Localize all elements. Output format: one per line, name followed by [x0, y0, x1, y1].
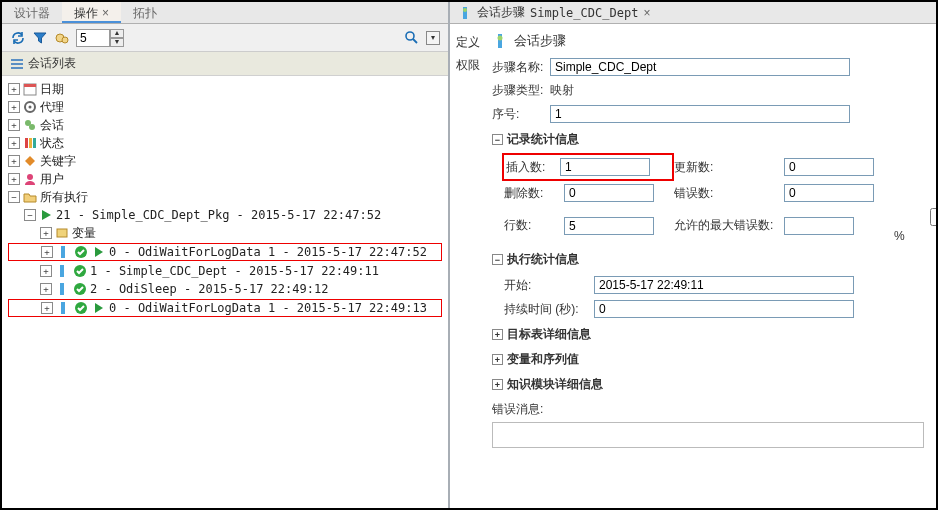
svg-rect-22: [60, 283, 64, 295]
maxerr-label: 允许的最大错误数:: [674, 217, 784, 234]
play-icon: [38, 207, 54, 223]
tree-row-highlighted[interactable]: +0 - OdiWaitForLogData 1 - 2015-5-17 22:…: [8, 243, 442, 261]
svg-point-16: [27, 174, 33, 180]
group-collapse[interactable]: −: [492, 134, 503, 145]
close-icon[interactable]: ×: [102, 6, 109, 20]
tab-designer[interactable]: 设计器: [2, 2, 62, 23]
delete-input[interactable]: [564, 184, 654, 202]
svg-rect-5: [11, 63, 23, 65]
group-record-stats: 记录统计信息: [507, 131, 579, 148]
left-toolbar: ▲▼ ▾: [2, 24, 448, 52]
svg-rect-13: [25, 138, 28, 148]
expander[interactable]: +: [41, 302, 53, 314]
bar-icon: [54, 263, 70, 279]
close-icon[interactable]: ×: [643, 6, 650, 20]
search-icon[interactable]: [404, 30, 420, 46]
spinner-down[interactable]: ▼: [110, 38, 124, 47]
seq-input[interactable]: [550, 105, 850, 123]
expander[interactable]: −: [8, 191, 20, 203]
spinner-up[interactable]: ▲: [110, 29, 124, 38]
error-input[interactable]: [784, 184, 874, 202]
group-collapse[interactable]: −: [492, 254, 503, 265]
rows-input[interactable]: [564, 217, 654, 235]
session-tree[interactable]: +日期 +代理 +会话 +状态 +关键字 +用户 −所有执行 −21 - Sim…: [2, 76, 448, 508]
search-dropdown[interactable]: ▾: [426, 31, 440, 45]
group-var-seq: 变量和序列值: [507, 351, 579, 368]
svg-rect-14: [29, 138, 32, 148]
update-input[interactable]: [784, 158, 874, 176]
nav-definition[interactable]: 定义: [456, 34, 482, 51]
maxerr-input[interactable]: [784, 217, 854, 235]
refresh-interval-spinner[interactable]: ▲▼: [76, 29, 126, 47]
play-icon: [91, 300, 107, 316]
svg-rect-4: [11, 59, 23, 61]
svg-point-29: [498, 36, 503, 41]
check-icon: [73, 300, 89, 316]
tab-topology[interactable]: 拓扑: [121, 2, 169, 23]
session-step-icon: [492, 33, 508, 49]
page-title: 会话步骤: [492, 32, 924, 50]
expander[interactable]: +: [8, 137, 20, 149]
group-exec-stats: 执行统计信息: [507, 251, 579, 268]
svg-point-2: [406, 32, 414, 40]
svg-rect-20: [60, 265, 64, 277]
expander[interactable]: +: [8, 101, 20, 113]
expander[interactable]: +: [40, 227, 52, 239]
group-expand[interactable]: +: [492, 379, 503, 390]
spinner-input[interactable]: [76, 29, 110, 47]
svg-point-10: [29, 106, 32, 109]
error-msg-label: 错误消息:: [492, 401, 924, 418]
check-icon: [72, 281, 88, 297]
expander[interactable]: +: [41, 246, 53, 258]
bar-icon: [55, 244, 71, 260]
expander[interactable]: +: [8, 83, 20, 95]
filter-icon[interactable]: [32, 30, 48, 46]
error-label: 错误数:: [674, 185, 784, 202]
dur-input[interactable]: [594, 300, 854, 318]
error-msg-box[interactable]: [492, 422, 924, 448]
insert-input[interactable]: [560, 158, 650, 176]
side-nav: 定义 权限: [450, 24, 488, 508]
group-expand[interactable]: +: [492, 354, 503, 365]
svg-rect-24: [61, 302, 65, 314]
check-icon: [72, 263, 88, 279]
svg-rect-15: [33, 138, 36, 148]
agent-icon[interactable]: [54, 30, 70, 46]
rows-label: 行数:: [504, 217, 564, 234]
bar-icon: [54, 281, 70, 297]
expander[interactable]: +: [40, 265, 52, 277]
tree-row-highlighted[interactable]: +0 - OdiWaitForLogData 1 - 2015-5-17 22:…: [8, 299, 442, 317]
tab-operator[interactable]: 操作×: [62, 2, 121, 23]
nav-permission[interactable]: 权限: [456, 57, 482, 74]
expander[interactable]: +: [8, 173, 20, 185]
svg-point-27: [463, 8, 467, 12]
right-tab[interactable]: 会话步骤 Simple_CDC_Dept ×: [450, 2, 936, 24]
session-icon: [22, 117, 38, 133]
session-step-icon: [458, 6, 472, 20]
folder-icon: [22, 189, 38, 205]
step-name-input[interactable]: [550, 58, 850, 76]
delete-label: 删除数:: [504, 185, 564, 202]
group-expand[interactable]: +: [492, 329, 503, 340]
list-icon: [10, 57, 24, 71]
gear-icon: [22, 99, 38, 115]
refresh-icon[interactable]: [10, 30, 26, 46]
svg-line-3: [413, 39, 417, 43]
expander[interactable]: +: [8, 119, 20, 131]
group-target-detail: 目标表详细信息: [507, 326, 591, 343]
start-input[interactable]: [594, 276, 854, 294]
pct-checkbox[interactable]: [894, 208, 936, 226]
expander[interactable]: −: [24, 209, 36, 221]
step-name-label: 步骤名称:: [492, 59, 550, 76]
group-knowledge: 知识模块详细信息: [507, 376, 603, 393]
expander[interactable]: +: [40, 283, 52, 295]
user-icon: [22, 171, 38, 187]
expander[interactable]: +: [8, 155, 20, 167]
step-type-value: 映射: [550, 82, 574, 99]
svg-rect-18: [61, 246, 65, 258]
left-tabs: 设计器 操作× 拓扑: [2, 2, 448, 24]
variable-icon: [54, 225, 70, 241]
keyword-icon: [22, 153, 38, 169]
right-tab-prefix: 会话步骤: [477, 4, 525, 21]
status-icon: [22, 135, 38, 151]
